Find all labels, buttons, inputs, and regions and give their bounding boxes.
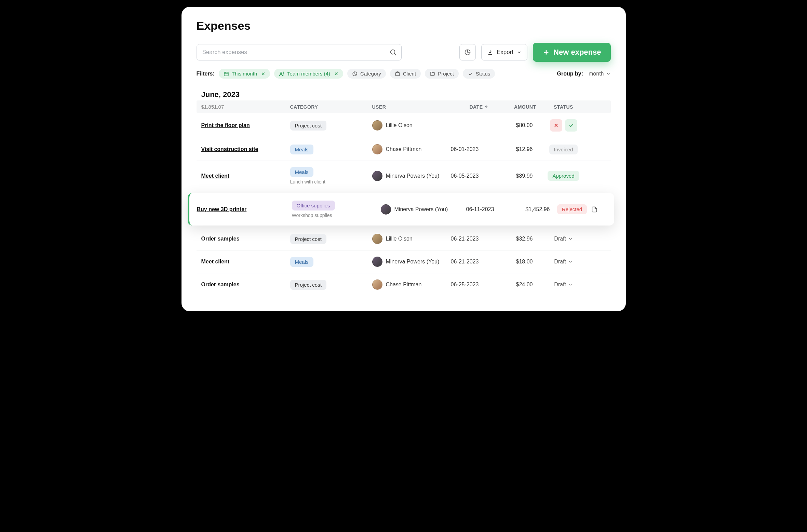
users-icon: [279, 71, 284, 77]
amount-cell: $24.00: [495, 282, 536, 288]
avatar: [372, 120, 382, 131]
chip-label: Team members (4): [287, 71, 330, 77]
amount-cell: $1,452.96: [512, 206, 553, 213]
expense-name-link[interactable]: Meet client: [201, 259, 230, 264]
groupby-select[interactable]: month: [589, 71, 610, 77]
expense-name-link[interactable]: Order samples: [201, 282, 240, 287]
document-icon[interactable]: [591, 206, 605, 213]
category-pill: Office supplies: [292, 201, 335, 210]
user-cell: Minerva Powers (You): [372, 257, 451, 267]
group-total: $1,851.07: [201, 104, 290, 110]
date-cell: 06-01-2023: [451, 146, 495, 152]
table-body: Print the floor plan Project cost Lillie…: [197, 113, 611, 296]
date-cell: 06-05-2023: [451, 173, 495, 179]
plus-icon: [542, 49, 550, 56]
table-row[interactable]: Order samples Project cost Lillie Olson …: [197, 228, 611, 250]
chip-label: Category: [360, 71, 381, 77]
chart-button[interactable]: [459, 44, 476, 60]
col-category: CATEGORY: [290, 104, 372, 110]
filter-chip-project[interactable]: Project: [425, 69, 459, 79]
amount-cell: $12.96: [495, 146, 536, 152]
category-pill: Meals: [290, 257, 313, 267]
reject-button[interactable]: [550, 119, 562, 132]
groupby-value: month: [589, 71, 604, 77]
filter-chip-status[interactable]: Status: [463, 69, 495, 79]
status-draft-select[interactable]: Draft: [554, 236, 573, 242]
user-name: Chase Pittman: [386, 282, 422, 288]
user-name: Minerva Powers (You): [394, 206, 448, 213]
filter-chip-team-members[interactable]: Team members (4) ✕: [274, 69, 343, 79]
category-subtext: Lunch with client: [290, 179, 372, 185]
groupby: Group by: month: [557, 71, 611, 77]
chip-label: Project: [438, 71, 454, 77]
chevron-down-icon: [606, 71, 611, 76]
table-row[interactable]: Meet client Meals Minerva Powers (You) 0…: [197, 250, 611, 273]
arrow-up-icon: [484, 105, 488, 109]
category-pill: Meals: [290, 167, 313, 177]
table-header: $1,851.07 CATEGORY USER DATE AMOUNT STAT…: [197, 100, 611, 113]
check-icon: [468, 71, 473, 77]
filter-chip-this-month[interactable]: This month ✕: [219, 69, 270, 79]
chevron-down-icon: [517, 50, 522, 55]
close-icon[interactable]: ✕: [261, 71, 265, 77]
user-cell: Chase Pittman: [372, 144, 451, 154]
folder-icon: [430, 71, 435, 77]
groupby-label: Group by:: [557, 71, 583, 77]
expense-name-link[interactable]: Visit construction site: [201, 146, 258, 152]
avatar: [372, 257, 382, 267]
status-draft-select[interactable]: Draft: [554, 259, 573, 265]
table-row[interactable]: Buy new 3D printer Office supplies Works…: [188, 193, 614, 226]
status-badge: Approved: [548, 171, 579, 181]
user-cell: Chase Pittman: [372, 279, 451, 290]
new-expense-label: New expense: [553, 48, 601, 57]
close-icon[interactable]: ✕: [334, 71, 338, 77]
search-wrap: [197, 44, 402, 60]
group-header: June, 2023: [197, 87, 611, 100]
user-name: Lillie Olson: [386, 236, 413, 242]
briefcase-icon: [395, 71, 400, 77]
status-draft-select[interactable]: Draft: [554, 282, 573, 288]
search-icon: [389, 49, 397, 56]
expense-name-link[interactable]: Order samples: [201, 236, 240, 242]
table-row[interactable]: Visit construction site Meals Chase Pitt…: [197, 138, 611, 161]
expense-name-link[interactable]: Print the floor plan: [201, 122, 250, 128]
category-pill: Project cost: [290, 280, 326, 290]
amount-cell: $89.99: [495, 173, 536, 179]
svg-line-1: [394, 54, 396, 55]
pie-chart-icon: [464, 49, 471, 56]
export-button[interactable]: Export: [481, 44, 527, 60]
avatar: [372, 144, 382, 154]
col-amount: AMOUNT: [495, 104, 536, 110]
new-expense-button[interactable]: New expense: [533, 43, 610, 62]
col-date[interactable]: DATE: [451, 104, 495, 110]
user-name: Minerva Powers (You): [386, 173, 440, 179]
table-row[interactable]: Print the floor plan Project cost Lillie…: [197, 113, 611, 138]
pie-icon: [352, 71, 358, 77]
user-cell: Lillie Olson: [372, 120, 451, 131]
svg-rect-5: [395, 72, 400, 76]
user-name: Chase Pittman: [386, 146, 422, 152]
user-cell: Minerva Powers (You): [381, 204, 466, 215]
avatar: [372, 279, 382, 290]
expense-name-link[interactable]: Buy new 3D printer: [197, 206, 247, 212]
amount-cell: $18.00: [495, 259, 536, 265]
expense-name-link[interactable]: Meet client: [201, 173, 230, 179]
export-label: Export: [497, 49, 513, 56]
download-icon: [487, 49, 493, 55]
user-cell: Lillie Olson: [372, 234, 451, 244]
chevron-down-icon: [568, 236, 573, 241]
amount-cell: $32.96: [495, 236, 536, 242]
amount-cell: $80.00: [495, 122, 536, 128]
filter-chip-category[interactable]: Category: [347, 69, 386, 79]
table-row[interactable]: Meet client Meals Lunch with client Mine…: [197, 161, 611, 191]
date-cell: 06-21-2023: [451, 259, 495, 265]
date-cell: 06-25-2023: [451, 282, 495, 288]
approve-button[interactable]: [565, 119, 577, 132]
search-input[interactable]: [197, 44, 402, 60]
category-pill: Project cost: [290, 234, 326, 244]
user-cell: Minerva Powers (You): [372, 171, 451, 181]
filter-chip-client[interactable]: Client: [390, 69, 421, 79]
table-row[interactable]: Order samples Project cost Chase Pittman…: [197, 273, 611, 296]
col-date-label: DATE: [469, 104, 483, 110]
col-user: USER: [372, 104, 451, 110]
